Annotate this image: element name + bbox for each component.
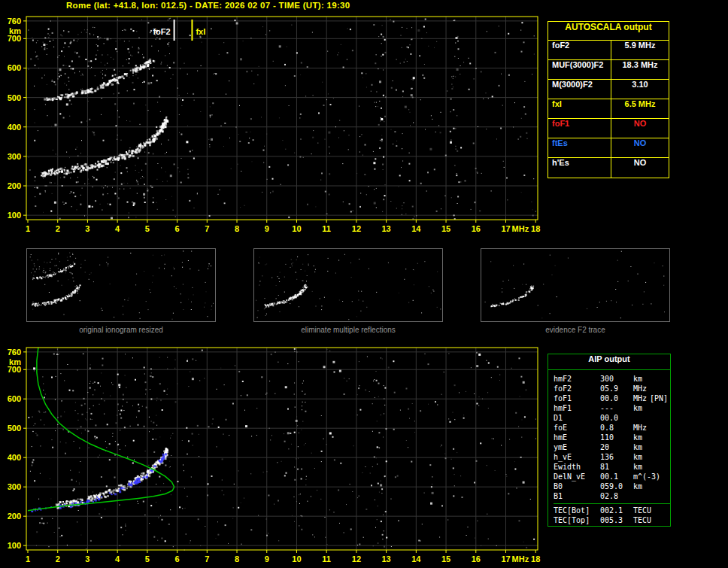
aip-row-h_vE: h_vE136km — [554, 452, 670, 462]
x-tick-label: 3 — [85, 224, 89, 233]
x-tick-label: 10 — [292, 224, 301, 233]
x-tick-label: 3 — [85, 554, 89, 563]
y-tick-label: 100 — [8, 211, 21, 220]
param-value: 059.0 — [600, 481, 633, 491]
param-extra — [650, 452, 670, 462]
param-value: 05.9 — [600, 384, 633, 393]
y-axis-unit-label: km — [9, 26, 21, 35]
bottom-ionogram-plot: 1234567891011121314151617187607006005004… — [0, 342, 557, 568]
param-label: foF2 — [554, 384, 600, 393]
param-unit: MHz — [633, 393, 650, 403]
x-tick-label: 14 — [411, 554, 421, 563]
param-label: MUF(3000)F2 — [548, 60, 611, 79]
param-unit: m^(-3) — [633, 472, 650, 481]
x-tick-label: 12 — [352, 554, 361, 563]
electron-density-profile — [28, 348, 174, 511]
autoscala-row-M3000F2: M(3000)F2 3.10 — [548, 80, 669, 99]
x-tick-label: 17 — [501, 224, 510, 233]
plot-frame — [26, 348, 538, 550]
param-label: hmE — [554, 433, 600, 442]
x-tick-label: 8 — [235, 554, 239, 563]
aip-row-hmF2: hmF2300km — [554, 374, 670, 384]
autoscaled-trace-points — [31, 453, 167, 512]
param-label: foF1 — [554, 393, 600, 403]
x-tick-label: 7 — [205, 224, 209, 233]
param-unit: km — [633, 462, 650, 472]
noise-speckle — [28, 18, 535, 220]
param-unit: km — [633, 403, 650, 413]
y-tick-label: 200 — [8, 181, 21, 190]
param-unit: km — [633, 433, 650, 442]
x-tick-label: 4 — [115, 554, 120, 563]
x-tick-label: 6 — [175, 224, 180, 233]
thumbnail-caption-2: eliminate multiple reflections — [253, 326, 443, 334]
param-unit — [633, 491, 650, 501]
x-tick-label: 2 — [56, 224, 60, 233]
f2-trace-first-hop — [56, 448, 168, 509]
y-tick-label: 600 — [8, 394, 21, 403]
autoscala-row-hEs: h'Es NO — [548, 158, 669, 178]
thumbnail-evidence-f2-trace — [481, 248, 670, 322]
x-tick-label: 6 — [175, 554, 180, 563]
param-value: 18.3 MHz — [611, 60, 669, 79]
f2-trace-first-hop — [41, 117, 168, 178]
param-value: 5.9 MHz — [611, 41, 669, 59]
param-value: 20 — [600, 442, 633, 452]
y-tick-label: 760 — [8, 17, 21, 26]
aip-row-Ewidth: Ewidth81km — [554, 462, 670, 472]
param-label: foF1 — [548, 119, 611, 138]
autoscala-output-table: AUTOSCALA output foF2 5.9 MHz MUF(3000)F… — [548, 21, 669, 178]
x-tick-label: 9 — [265, 224, 269, 233]
param-value: 02.8 — [600, 491, 633, 501]
y-tick-label: 400 — [8, 123, 21, 132]
param-extra — [650, 413, 670, 423]
param-unit: km — [633, 481, 650, 491]
autoscala-row-ftEs: ftEs NO — [548, 138, 669, 158]
x-tick-label: 1 — [26, 224, 30, 233]
param-label: ymE — [554, 442, 600, 452]
param-unit: km — [633, 374, 650, 384]
thumbnail-eliminate-reflections — [253, 248, 443, 322]
autoscala-row-MUF3000F2: MUF(3000)F2 18.3 MHz — [548, 60, 669, 80]
x-tick-label: 5 — [145, 224, 150, 233]
aip-row-foF2: foF205.9MHz — [554, 384, 670, 393]
param-label: B0 — [554, 481, 600, 491]
param-unit: km — [633, 442, 650, 452]
autoscala-row-foF1: foF1 NO — [548, 119, 669, 138]
param-label: fxI — [548, 99, 611, 118]
aip-table-rows: hmF2300km foF205.9MHz foF100.0MHz[PN] hm… — [548, 370, 670, 525]
y-tick-label: 600 — [8, 63, 21, 72]
param-value: NO — [611, 138, 669, 157]
x-axis-unit-label: MHz — [512, 224, 529, 233]
param-value: 6.5 MHz — [611, 99, 669, 118]
x-tick-label: 18 — [531, 554, 540, 563]
y-tick-label: 500 — [8, 424, 21, 433]
param-label: ftEs — [548, 138, 611, 157]
param-value: 00.1 — [600, 472, 633, 481]
x-tick-label: 9 — [265, 554, 269, 563]
f2-trace-second-hop — [32, 263, 75, 280]
param-label: hmF2 — [554, 374, 600, 384]
tec-divider — [554, 503, 670, 504]
grid-lines — [26, 17, 538, 220]
param-label: DelN_vE — [554, 472, 600, 481]
aip-row-hmF1: hmF1---km — [554, 403, 670, 413]
thumbnail-caption-3: evidence F2 trace — [481, 326, 670, 334]
y-tick-label: 760 — [8, 348, 21, 357]
f2-trace-second-hop — [44, 59, 155, 101]
aip-row-hmE: hmE110km — [554, 433, 670, 442]
page-title: Rome (lat: +41.8, lon: 012.5) - DATE: 20… — [66, 1, 350, 10]
x-tick-label: 1 — [26, 554, 30, 563]
param-value: 3.10 — [611, 80, 669, 99]
x-tick-label: 7 — [205, 554, 209, 563]
x-tick-label: 15 — [441, 554, 450, 563]
param-label: Ewidth — [554, 462, 600, 472]
param-unit: km — [633, 452, 650, 462]
param-extra — [650, 423, 670, 433]
aip-row-TEC-top: TEC[Top]005.3TECU — [554, 515, 670, 525]
y-tick-label: 400 — [8, 453, 21, 462]
aip-row-DelN_vE: DelN_vE00.1m^(-3) — [554, 472, 670, 481]
param-value: 00.0 — [600, 393, 633, 403]
x-tick-label: 13 — [381, 554, 390, 563]
aip-row-TEC-bot: TEC[Bot]002.1TECU — [554, 506, 670, 515]
